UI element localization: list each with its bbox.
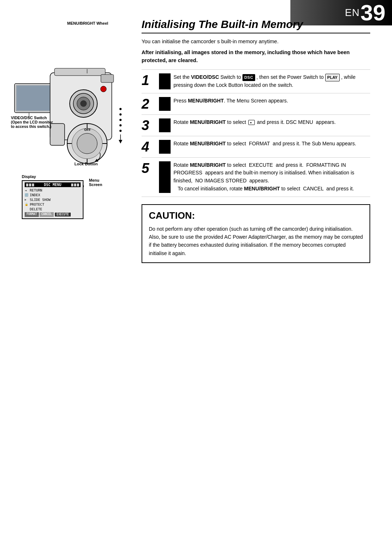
menu-cancel-btn: CANCEL bbox=[40, 212, 54, 217]
menu-execute-btn: EXECUTE bbox=[54, 212, 71, 217]
lock-button-label: Lock Button bbox=[74, 162, 98, 166]
dsc-badge: DSC bbox=[242, 74, 255, 81]
menu-screen-label: Menu Screen bbox=[89, 178, 102, 187]
page-title: Initialising The Built-in Memory bbox=[142, 18, 370, 33]
svg-point-13 bbox=[119, 113, 122, 116]
svg-point-23 bbox=[77, 133, 97, 154]
svg-point-7 bbox=[80, 100, 87, 107]
menu-item-protect: 🔒PROTECT bbox=[25, 202, 81, 207]
svg-point-12 bbox=[119, 108, 122, 110]
caution-box: CAUTION: Do not perform any other operat… bbox=[142, 204, 370, 263]
camera-icon bbox=[248, 120, 255, 125]
menu-format-btn: FORMAT bbox=[25, 212, 39, 217]
svg-text:OFF: OFF bbox=[84, 128, 91, 132]
svg-rect-2 bbox=[17, 86, 52, 110]
step-1: 1 Set the VIDEO/DSC Switch to DSC , then… bbox=[142, 70, 370, 93]
svg-point-14 bbox=[119, 119, 122, 121]
display-section: Display DSC MENU ◄RETURN 🔢INDEX bbox=[22, 174, 83, 219]
display-label: Display bbox=[22, 174, 83, 179]
step-3: 3 Rotate MENU/BRIGHT to select and press… bbox=[142, 115, 370, 136]
menu-item-delete: DELETE bbox=[25, 207, 81, 211]
step-4-content: Rotate MENU/BRIGHT to select FORMAT and … bbox=[173, 140, 370, 148]
menu-item-index: 🔢INDEX bbox=[25, 193, 81, 197]
menu-display-box: DSC MENU ◄RETURN 🔢INDEX ▶SLIDE SHOW 🔒PRO… bbox=[22, 180, 83, 219]
menu-bright-label: MENU/BRIGHT Wheel bbox=[67, 21, 108, 25]
caution-title: CAUTION: bbox=[149, 210, 363, 221]
video-dsc-label: VIDEO/DSC Switch (Open the LCD monitor t… bbox=[11, 116, 53, 129]
svg-rect-8 bbox=[54, 68, 105, 76]
step-2: 2 Press MENU/BRIGHT. The Menu Screen app… bbox=[142, 93, 370, 115]
play-badge: PLAY bbox=[325, 74, 340, 81]
menu-item-slideshow: ▶SLIDE SHOW bbox=[25, 197, 81, 202]
step-2-content: Press MENU/BRIGHT. The Menu Screen appea… bbox=[173, 97, 370, 105]
warning-text: After initialising, all images stored in… bbox=[142, 49, 370, 65]
step-3-content: Rotate MENU/BRIGHT to select and press i… bbox=[173, 118, 370, 126]
right-column: Initialising The Built-in Memory You can… bbox=[142, 18, 381, 263]
step-4: 4 Rotate MENU/BRIGHT to select FORMAT an… bbox=[142, 136, 370, 158]
step-5-content: Rotate MENU/BRIGHT to select EXECUTE and… bbox=[173, 161, 370, 193]
step-1-content: Set the VIDEO/DSC Switch to DSC , then s… bbox=[173, 73, 370, 89]
dial-illustration: OFF bbox=[65, 122, 109, 165]
svg-rect-10 bbox=[101, 74, 114, 82]
svg-point-11 bbox=[101, 86, 106, 92]
svg-point-15 bbox=[119, 124, 122, 126]
svg-point-16 bbox=[119, 130, 122, 132]
left-column: MENU/BRIGHT Wheel bbox=[11, 18, 134, 196]
intro-text: You can initialise the camcorder s built… bbox=[142, 38, 370, 46]
step-5: 5 Rotate MENU/BRIGHT to select EXECUTE a… bbox=[142, 158, 370, 197]
en-label: EN bbox=[345, 7, 360, 19]
steps-container: 1 Set the VIDEO/DSC Switch to DSC , then… bbox=[142, 69, 370, 197]
menu-item-return: ◄RETURN bbox=[25, 188, 81, 193]
caution-text: Do not perform any other operation (such… bbox=[149, 225, 363, 258]
svg-marker-18 bbox=[119, 140, 122, 144]
